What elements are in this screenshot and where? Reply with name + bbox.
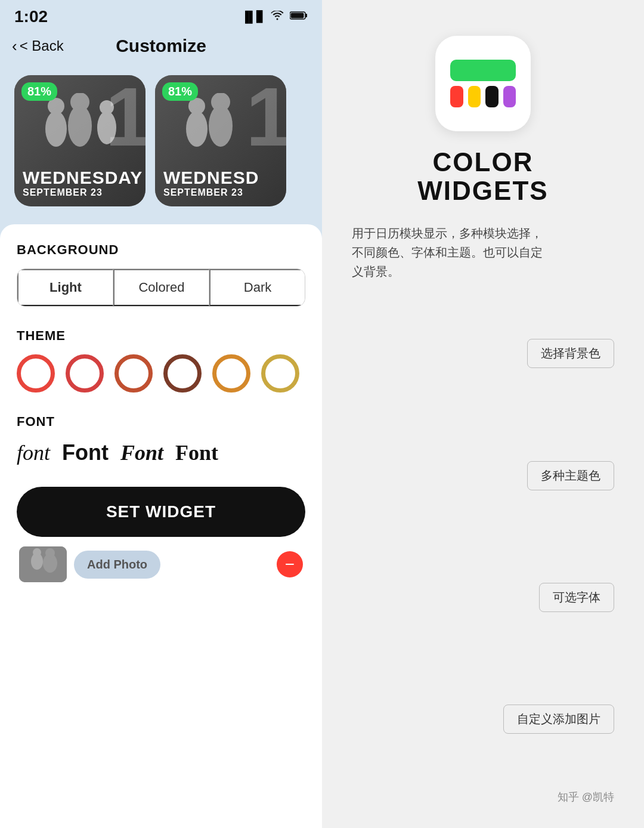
icon-yellow-cell bbox=[468, 86, 481, 107]
svg-point-6 bbox=[70, 93, 89, 112]
theme-color-5[interactable] bbox=[212, 354, 250, 393]
theme-color-1[interactable] bbox=[17, 354, 55, 393]
right-panel: COLORWIDGETS 用于日历模块显示，多种模块选择，不同颜色、字体和主题。… bbox=[322, 0, 644, 828]
widget-date-2: SEPTEMBER 23 bbox=[163, 187, 278, 198]
feature-label-1: 选择背景色 bbox=[527, 339, 614, 368]
icon-purple-cell bbox=[503, 86, 516, 107]
attribution: 知乎 @凯特 bbox=[346, 790, 620, 804]
badge-2: 81% bbox=[162, 82, 198, 101]
font-script-option[interactable]: font bbox=[17, 440, 50, 465]
svg-rect-1 bbox=[305, 14, 307, 17]
badge-1: 81% bbox=[21, 82, 57, 101]
font-handwriting-option[interactable]: Font bbox=[120, 440, 163, 465]
feature-label-3: 可选字体 bbox=[539, 583, 614, 612]
theme-color-2[interactable] bbox=[66, 354, 104, 393]
theme-color-3[interactable] bbox=[114, 354, 153, 393]
back-label: < Back bbox=[20, 38, 64, 54]
icon-bottom-row bbox=[450, 86, 516, 107]
widget-number-1: 1 bbox=[105, 75, 145, 159]
battery-icon bbox=[290, 11, 308, 23]
theme-circles bbox=[17, 354, 305, 393]
svg-point-9 bbox=[186, 111, 208, 147]
svg-rect-2 bbox=[291, 13, 304, 18]
icon-red-cell bbox=[450, 86, 463, 107]
widget-preview-1[interactable]: 1 81% WEDNESDAY SEPTEMBER 23 bbox=[14, 75, 145, 206]
photo-thumbnail bbox=[19, 546, 67, 582]
chevron-left-icon: ‹ bbox=[12, 37, 17, 55]
background-section-label: BACKGROUND bbox=[17, 242, 305, 258]
nav-bar: ‹ < Back Customize bbox=[0, 31, 322, 63]
app-name: COLORWIDGETS bbox=[417, 148, 548, 206]
status-icons: ▐▌▊ bbox=[241, 10, 308, 23]
widget-preview-2[interactable]: 1 81% WEDNESD SEPTEMBER 23 bbox=[155, 75, 286, 206]
theme-color-6[interactable] bbox=[261, 354, 299, 393]
background-toggle: Light Colored Dark bbox=[17, 268, 305, 307]
settings-card: BACKGROUND Light Colored Dark THEME FONT… bbox=[0, 224, 322, 828]
theme-color-4[interactable] bbox=[163, 354, 202, 393]
add-photo-button[interactable]: Add Photo bbox=[74, 551, 160, 579]
bg-colored-button[interactable]: Colored bbox=[113, 269, 209, 306]
remove-photo-button[interactable]: − bbox=[277, 551, 303, 577]
bg-light-button[interactable]: Light bbox=[17, 269, 113, 306]
app-description: 用于日历模块显示，多种模块选择，不同颜色、字体和主题。也可以自定义背景。 bbox=[346, 224, 620, 281]
app-icon bbox=[435, 36, 531, 131]
icon-black-cell bbox=[485, 86, 499, 107]
widget-day-2: WEDNESD bbox=[163, 168, 278, 187]
status-bar: 1:02 ▐▌▊ bbox=[0, 0, 322, 31]
widget-day-1: WEDNESDAY bbox=[23, 168, 137, 187]
svg-point-15 bbox=[33, 548, 41, 557]
font-serif-option[interactable]: Font bbox=[175, 440, 218, 465]
wifi-icon bbox=[271, 11, 284, 23]
left-panel: 1:02 ▐▌▊ ‹ < Back Customize bbox=[0, 0, 322, 828]
status-time: 1:02 bbox=[14, 7, 48, 26]
svg-point-17 bbox=[45, 548, 55, 558]
svg-point-3 bbox=[45, 111, 67, 147]
signal-icon: ▐▌▊ bbox=[241, 10, 265, 23]
svg-point-12 bbox=[211, 93, 230, 112]
feature-label-4: 自定义添加图片 bbox=[503, 705, 614, 734]
widget-previews: 1 81% WEDNESDAY SEPTEMBER 23 1 81% WEDNE… bbox=[0, 63, 322, 224]
app-icon-grid bbox=[450, 60, 516, 107]
back-button[interactable]: ‹ < Back bbox=[12, 37, 64, 55]
photo-strip: Add Photo − bbox=[17, 546, 305, 582]
icon-green-bar bbox=[450, 60, 516, 81]
set-widget-button[interactable]: SET WIDGET bbox=[17, 487, 305, 537]
theme-section-label: THEME bbox=[17, 328, 305, 344]
font-row: font Font Font Font bbox=[17, 440, 305, 465]
font-bold-option[interactable]: Font bbox=[62, 440, 109, 465]
bg-dark-button[interactable]: Dark bbox=[209, 269, 305, 306]
page-title: Customize bbox=[116, 36, 206, 56]
photo-thumb-bg bbox=[19, 546, 67, 582]
feature-label-2: 多种主题色 bbox=[527, 461, 614, 490]
svg-rect-13 bbox=[19, 546, 67, 582]
widget-date-1: SEPTEMBER 23 bbox=[23, 187, 137, 198]
feature-labels: 选择背景色 多种主题色 可选字体 自定义添加图片 bbox=[346, 281, 620, 780]
minus-icon: − bbox=[285, 556, 295, 573]
widget-number-2: 1 bbox=[246, 75, 286, 159]
font-section-label: FONT bbox=[17, 414, 305, 430]
